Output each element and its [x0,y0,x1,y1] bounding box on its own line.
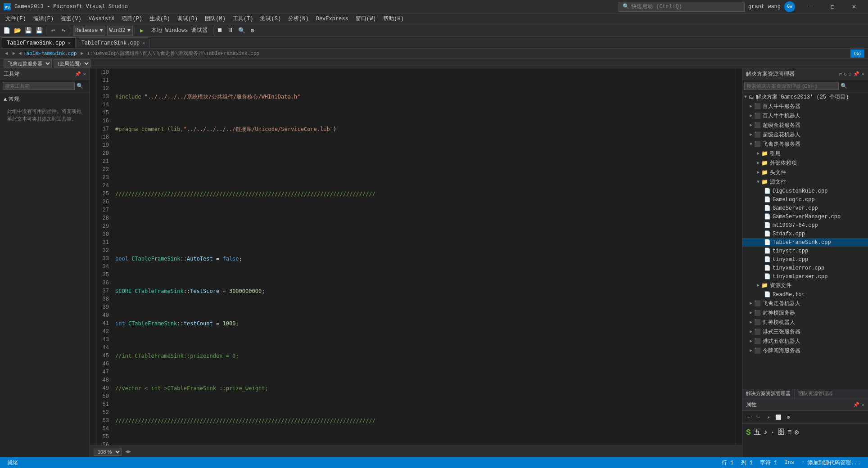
toolbox-close-btn[interactable]: ✕ [83,71,86,77]
save-all-btn[interactable]: 💾 [34,26,44,36]
menu-vassistx[interactable]: VAssistX [85,14,118,24]
zoom-select[interactable]: 108 % [94,448,122,456]
menu-help[interactable]: 帮助(H) [380,14,407,24]
solution-explorer-panel: 解决方案资源管理器 ⇄ ↻ ⊟ 📌 ✕ 🔍 ▼ 🗂 解决方案'Games2013… [742,68,868,457]
file-icon-tinystr: 📄 [764,248,771,254]
solution-root[interactable]: ▼ 🗂 解决方案'Games2013' (25 个项目) [742,92,868,102]
project-2[interactable]: ► ⬛ 百人牛牛机器人 [742,111,868,121]
class-dropdown[interactable]: 飞禽走兽服务器 [4,59,52,68]
team-explorer-tab[interactable]: 团队资源管理器 [795,389,836,399]
file-readme[interactable]: 📄 ReadMe.txt [742,290,868,299]
file-tableframesink[interactable]: 📄 TableFrameSink.cpp [742,238,868,247]
se-refresh-btn[interactable]: ↻ [844,71,847,77]
run-label-btn[interactable]: 本地 Windows 调试器 [148,26,211,36]
method-dropdown[interactable]: (全局范围) [54,59,90,68]
quick-launch-search[interactable]: 🔍 快速启动 (Ctrl+Q) [619,2,745,12]
file-tinyxml[interactable]: 📄 tinyxml.cpp [742,255,868,264]
toolbox-section-header[interactable]: ▲ 常规 [4,94,86,104]
file-tinyxmlerror[interactable]: 📄 tinyxmlerror.cpp [742,264,868,272]
props-close-btn[interactable]: ✕ [861,402,864,408]
menu-analyze[interactable]: 分析(N) [285,14,312,24]
go-button[interactable]: Go [850,50,864,58]
project-gsz5r[interactable]: ► ⬛ 港式五张机器人 [742,337,868,346]
toolbox-search-input[interactable] [3,82,75,90]
fqzs-ext[interactable]: ► 📁 外部依赖项 [742,158,868,168]
tab-close-1[interactable]: ✕ [142,40,145,46]
menu-view[interactable]: 视图(V) [57,14,85,24]
project-4[interactable]: ► ⬛ 超级金花机器人 [742,130,868,140]
project-lqch[interactable]: ► ⬛ 令牌闯海服务器 [742,346,868,356]
tab-0[interactable]: TableFrameSink.cpp ✕ [2,37,76,48]
minimize-button[interactable]: — [800,0,821,14]
se-close-btn[interactable]: ✕ [861,71,864,77]
menu-file[interactable]: 文件(F) [2,14,30,24]
solution-search-input[interactable] [744,82,839,90]
se-pin-btn[interactable]: 📌 [853,71,859,77]
project-fqzs-robot[interactable]: ► ⬛ 飞禽走兽机器人 [742,299,868,308]
close-button[interactable]: ✕ [844,0,864,14]
new-project-btn[interactable]: 📄 [2,26,12,36]
menu-tools[interactable]: 工具(T) [229,14,257,24]
nav-forward-btn[interactable]: ► [11,51,17,56]
menu-window[interactable]: 窗口(W) [352,14,380,24]
status-vcs[interactable]: ↑ 添加到源代码管理... [798,459,864,467]
toolbar-btn-5[interactable]: ⏹ [215,26,225,36]
props-events-btn[interactable]: ⚡ [764,413,773,422]
file-tinyxmlparser[interactable]: 📄 tinyxmlparser.cpp [742,272,868,281]
restore-button[interactable]: ◻ [822,0,843,14]
tab-label-0: TableFrameSink.cpp [7,40,65,46]
menu-test[interactable]: 测试(S) [257,14,285,24]
project-gsz3[interactable]: ► ⬛ 港式三张服务器 [742,327,868,337]
toolbox-pin-btn[interactable]: 📌 [75,71,81,77]
project-icon-fqzs: ⬛ [754,141,761,148]
se-collapse-btn[interactable]: ⊟ [849,71,852,77]
props-categorized-btn[interactable]: ≡ [744,413,753,422]
toolbar-btn-6[interactable]: ⏸ [226,26,236,36]
toolbar-btn-8[interactable]: ⚙ [248,26,258,36]
menu-debug[interactable]: 调试(D) [174,14,202,24]
file-gamelogic[interactable]: 📄 GameLogic.cpp [742,195,868,204]
file-tinystr[interactable]: 📄 tinystr.cpp [742,247,868,255]
menu-edit[interactable]: 编辑(E) [30,14,58,24]
file-gameservermanager[interactable]: 📄 GameServerManager.cpp [742,212,868,221]
project-3[interactable]: ► ⬛ 超级金花服务器 [742,121,868,130]
tab-1[interactable]: TableFrameSink.cpp ✕ [77,37,150,48]
code-content[interactable]: #include "../../../../系统模块/公共组件/服务核心/WHI… [113,68,736,446]
menu-devexpress[interactable]: DevExpress [312,14,352,24]
code-scroll-minimap[interactable] [736,68,742,446]
open-btn[interactable]: 📂 [13,26,23,36]
configuration-dropdown[interactable]: Release ▼ [73,26,105,36]
fqzs-resources[interactable]: ► 📁 资源文件 [742,281,868,290]
fqzs-ref[interactable]: ► 📁 引用 [742,149,868,158]
project-fsgbr[interactable]: ► ⬛ 封神榜机器人 [742,318,868,327]
props-settings-btn[interactable]: ⚙ [784,413,793,422]
solution-explorer-tab[interactable]: 解决方案资源管理器 [742,389,795,399]
properties-header: 属性 📌 ✕ [742,399,868,411]
project-fsgb[interactable]: ► ⬛ 封神榜服务器 [742,308,868,318]
file-dlgcustom[interactable]: 📄 DlgCustomRule.cpp [742,187,868,195]
scroll-arrows[interactable]: ◄► [125,449,131,454]
file-stdafx[interactable]: 📄 Stdafx.cpp [742,230,868,238]
props-pin-btn[interactable]: 📌 [853,402,859,408]
se-sync-btn[interactable]: ⇄ [839,71,842,77]
menu-build[interactable]: 生成(B) [146,14,174,24]
nav-back-btn[interactable]: ◄ [4,51,9,56]
project-fqzs[interactable]: ▼ ⬛ 飞禽走兽服务器 [742,140,868,149]
project-1[interactable]: ► ⬛ 百人牛牛服务器 [742,102,868,111]
menu-team[interactable]: 团队(M) [201,14,229,24]
props-alphabetical-btn[interactable]: ≡ [754,413,763,422]
props-pages-btn[interactable]: ⬜ [774,413,783,422]
fqzs-headers[interactable]: ► 📁 头文件 [742,168,868,177]
save-btn[interactable]: 💾 [23,26,33,36]
file-icon-readme: 📄 [764,291,771,298]
undo-btn[interactable]: ↩ [48,26,58,36]
platform-dropdown[interactable]: Win32 ▼ [107,26,133,36]
toolbar-btn-7[interactable]: 🔍 [237,26,247,36]
tab-close-0[interactable]: ✕ [68,40,71,46]
file-mt19937[interactable]: 📄 mt19937-64.cpp [742,221,868,230]
fqzs-sources[interactable]: ▼ 📁 源文件 [742,177,868,187]
menu-project[interactable]: 项目(P) [118,14,146,24]
redo-btn[interactable]: ↪ [59,26,69,36]
file-gameserver[interactable]: 📄 GameServer.cpp [742,204,868,212]
run-btn[interactable]: ▶ [137,26,147,36]
